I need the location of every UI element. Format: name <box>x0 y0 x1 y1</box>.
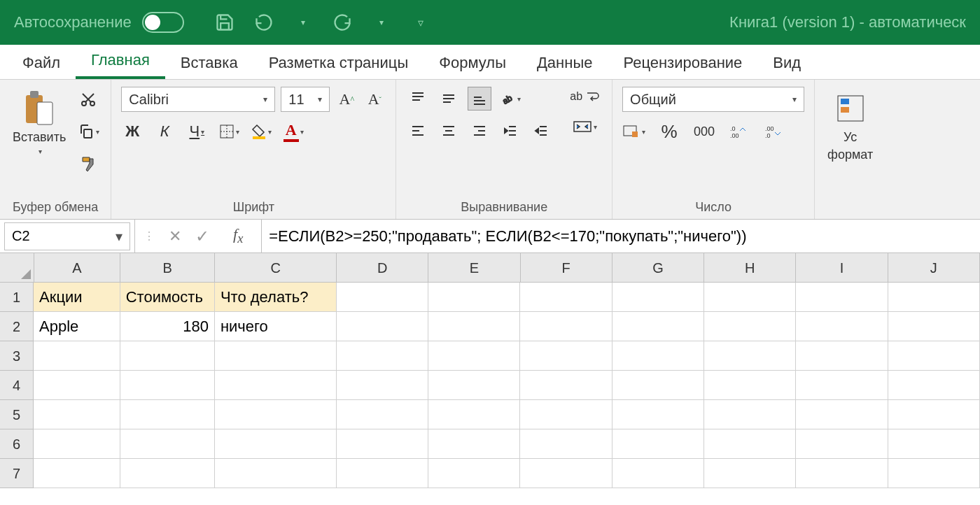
undo-dropdown-icon[interactable]: ▾ <box>292 11 314 34</box>
decrease-indent-icon[interactable] <box>498 119 522 143</box>
decrease-decimal-icon[interactable]: .00.0 <box>763 120 785 143</box>
qat-customize-icon[interactable]: ▿ <box>410 11 432 34</box>
name-box[interactable]: C2▾ <box>4 222 130 250</box>
tab-home[interactable]: Главная <box>76 44 165 79</box>
cell-F1[interactable] <box>520 283 612 312</box>
cell-B1[interactable]: Стоимость <box>120 283 215 312</box>
percent-format-icon[interactable]: % <box>658 120 680 143</box>
cell-D7[interactable] <box>337 459 428 488</box>
cell-C2[interactable]: ничего <box>215 312 337 341</box>
cut-icon[interactable] <box>76 87 101 112</box>
save-icon[interactable] <box>214 11 236 34</box>
align-bottom-icon[interactable] <box>468 87 491 111</box>
cell-J1[interactable] <box>888 283 980 312</box>
cell-I4[interactable] <box>796 371 888 400</box>
redo-dropdown-icon[interactable]: ▾ <box>370 11 393 34</box>
tab-review[interactable]: Рецензирование <box>608 47 757 79</box>
cell-J3[interactable] <box>888 341 980 371</box>
row-header-4[interactable]: 4 <box>0 371 34 400</box>
wrap-text-button[interactable]: ab <box>567 87 602 106</box>
col-header-A[interactable]: A <box>34 253 121 283</box>
font-color-icon[interactable]: А▾ <box>282 120 304 143</box>
cell-B3[interactable] <box>120 341 215 371</box>
bold-button[interactable]: Ж <box>121 120 144 143</box>
format-painter-icon[interactable] <box>76 151 101 176</box>
cell-B6[interactable] <box>120 429 215 459</box>
tab-formulas[interactable]: Формулы <box>424 47 522 79</box>
align-center-icon[interactable] <box>437 119 461 143</box>
cell-H2[interactable] <box>704 312 796 341</box>
cell-H4[interactable] <box>704 371 796 400</box>
cell-H5[interactable] <box>704 400 796 429</box>
row-header-3[interactable]: 3 <box>0 341 34 371</box>
tab-insert[interactable]: Вставка <box>165 47 253 79</box>
cell-A6[interactable] <box>34 429 120 459</box>
cell-G6[interactable] <box>612 429 704 459</box>
cell-A2[interactable]: Apple <box>34 312 120 341</box>
cell-I1[interactable] <box>796 283 888 312</box>
cell-E1[interactable] <box>428 283 520 312</box>
cell-C5[interactable] <box>215 400 337 429</box>
cell-I7[interactable] <box>796 459 888 488</box>
cell-B7[interactable] <box>120 459 215 488</box>
tab-data[interactable]: Данные <box>522 47 608 79</box>
cell-I6[interactable] <box>796 429 888 459</box>
row-header-5[interactable]: 5 <box>0 400 34 429</box>
cell-B4[interactable] <box>120 371 215 400</box>
cell-C4[interactable] <box>215 371 337 400</box>
col-header-H[interactable]: H <box>704 253 796 283</box>
cell-G3[interactable] <box>612 341 704 371</box>
cell-D2[interactable] <box>337 312 428 341</box>
fx-icon[interactable]: fx <box>223 225 253 246</box>
formula-input[interactable] <box>262 227 980 246</box>
cell-H1[interactable] <box>704 283 796 312</box>
cell-E3[interactable] <box>428 341 520 371</box>
underline-button[interactable]: Ч▾ <box>186 120 208 143</box>
row-header-1[interactable]: 1 <box>0 283 34 312</box>
undo-icon[interactable] <box>253 11 275 34</box>
paste-button[interactable]: Вставить ▾ <box>10 87 69 158</box>
col-header-I[interactable]: I <box>796 253 888 283</box>
cell-G2[interactable] <box>612 312 704 341</box>
cell-B2[interactable]: 180 <box>120 312 215 341</box>
redo-icon[interactable] <box>331 11 354 34</box>
cell-F7[interactable] <box>520 459 612 488</box>
cell-I5[interactable] <box>796 400 888 429</box>
col-header-B[interactable]: B <box>120 253 215 283</box>
cell-D3[interactable] <box>337 341 428 371</box>
cell-F2[interactable] <box>520 312 612 341</box>
increase-decimal-icon[interactable]: .0.00 <box>728 120 750 143</box>
cell-A1[interactable]: Акции <box>34 283 120 312</box>
cell-J4[interactable] <box>888 371 980 400</box>
select-all-corner[interactable] <box>0 253 34 283</box>
align-right-icon[interactable] <box>468 119 491 143</box>
comma-format-icon[interactable]: 000 <box>693 120 715 143</box>
row-header-6[interactable]: 6 <box>0 429 34 459</box>
cell-F3[interactable] <box>520 341 612 371</box>
merge-center-button[interactable]: ▾ <box>567 115 602 138</box>
cell-A7[interactable] <box>34 459 120 488</box>
align-top-icon[interactable] <box>406 87 430 111</box>
number-format-combo[interactable]: Общий▾ <box>622 87 804 112</box>
cell-G4[interactable] <box>612 371 704 400</box>
increase-indent-icon[interactable] <box>529 119 553 143</box>
borders-icon[interactable]: ▾ <box>218 120 240 143</box>
cell-G1[interactable] <box>612 283 704 312</box>
cell-A5[interactable] <box>34 400 120 429</box>
tab-view[interactable]: Вид <box>757 47 816 79</box>
cell-C6[interactable] <box>215 429 337 459</box>
col-header-E[interactable]: E <box>428 253 520 283</box>
cell-E4[interactable] <box>428 371 520 400</box>
enter-formula-icon[interactable]: ✓ <box>195 227 209 246</box>
cell-J6[interactable] <box>888 429 980 459</box>
row-header-7[interactable]: 7 <box>0 459 34 488</box>
cell-A3[interactable] <box>34 341 120 371</box>
cell-G5[interactable] <box>612 400 704 429</box>
cell-F5[interactable] <box>520 400 612 429</box>
row-header-2[interactable]: 2 <box>0 312 34 341</box>
cell-E2[interactable] <box>428 312 520 341</box>
col-header-J[interactable]: J <box>888 253 980 283</box>
cell-J7[interactable] <box>888 459 980 488</box>
align-middle-icon[interactable] <box>437 87 461 111</box>
copy-icon[interactable]: ▾ <box>76 119 101 144</box>
